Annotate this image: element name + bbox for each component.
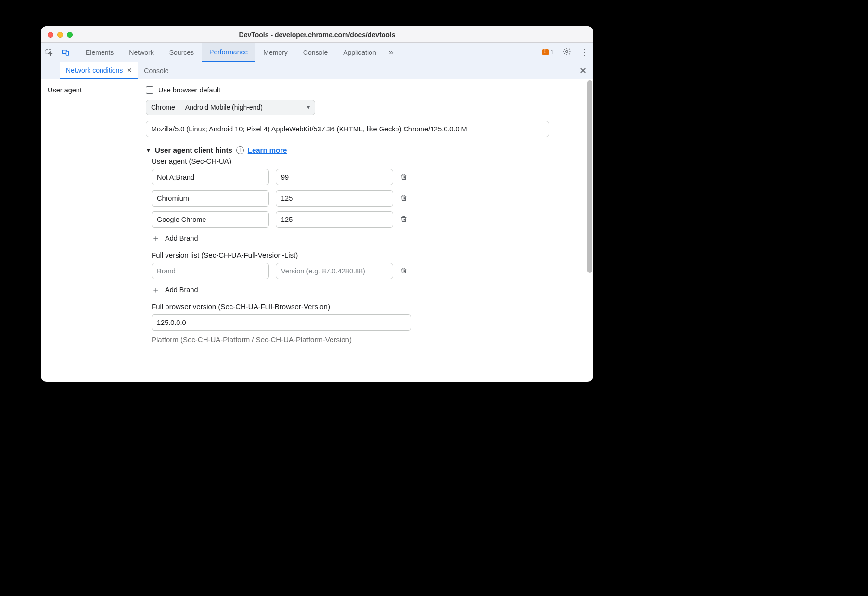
warning-icon <box>542 49 549 55</box>
tab-console[interactable]: Console <box>295 43 335 62</box>
ua-preset-value: Chrome — Android Mobile (high-end) <box>151 104 263 111</box>
info-icon[interactable]: i <box>236 146 244 154</box>
panel-tabs: Elements Network Sources Performance Mem… <box>78 43 384 62</box>
delete-brand-icon[interactable] <box>400 173 408 182</box>
svg-point-3 <box>566 50 568 52</box>
tab-memory[interactable]: Memory <box>255 43 295 62</box>
main-toolbar: Elements Network Sources Performance Mem… <box>41 43 593 62</box>
tab-sources[interactable]: Sources <box>162 43 202 62</box>
brand-value: Chromium <box>157 194 189 202</box>
full-version-brand-input[interactable]: Brand <box>152 263 269 279</box>
ua-string-value: Mozilla/5.0 (Linux; Android 10; Pixel 4)… <box>151 125 467 133</box>
placeholder-text: Brand <box>157 267 176 275</box>
more-tabs-icon[interactable]: » <box>384 47 398 57</box>
full-version-row: Brand Version (e.g. 87.0.4280.88) <box>152 263 585 279</box>
delete-full-version-icon[interactable] <box>400 267 408 276</box>
sec-ch-ua-label: User agent (Sec-CH-UA) <box>152 157 585 165</box>
scrollbar[interactable] <box>587 80 592 273</box>
brand-input[interactable]: Not A;Brand <box>152 169 269 185</box>
inspect-element-icon[interactable] <box>41 48 57 57</box>
disclosure-triangle-icon: ▼ <box>146 147 151 153</box>
content-area: User agent Use browser default Chrome — … <box>41 79 593 382</box>
svg-rect-2 <box>66 51 69 55</box>
ua-string-input[interactable]: Mozilla/5.0 (Linux; Android 10; Pixel 4)… <box>146 121 549 137</box>
issues-count: 1 <box>550 49 554 56</box>
full-version-list-label: Full version list (Sec-CH-UA-Full-Versio… <box>152 251 585 259</box>
use-browser-default-label: Use browser default <box>158 86 220 94</box>
drawer-tabbar: ⋮ Network conditions ✕ Console ✕ <box>41 62 593 79</box>
section-label: User agent <box>41 79 146 382</box>
brand-value: Google Chrome <box>157 216 206 223</box>
full-browser-version-input[interactable]: 125.0.0.0 <box>152 314 411 331</box>
brand-row: Not A;Brand 99 <box>152 169 585 185</box>
placeholder-text: Version (e.g. 87.0.4280.88) <box>281 267 365 275</box>
user-agent-panel: Use browser default Chrome — Android Mob… <box>146 79 593 382</box>
brand-input[interactable]: Chromium <box>152 190 269 207</box>
client-hints-title: User agent client hints <box>155 146 232 154</box>
add-brand-label: Add Brand <box>165 286 198 294</box>
tab-application[interactable]: Application <box>335 43 384 62</box>
brand-row: Google Chrome 125 <box>152 211 585 228</box>
version-value: 125 <box>281 194 293 202</box>
tab-performance[interactable]: Performance <box>202 43 255 62</box>
tab-elements[interactable]: Elements <box>78 43 121 62</box>
device-toolbar-icon[interactable] <box>57 48 74 57</box>
version-value: 125 <box>281 216 293 223</box>
drawer-tab-label: Network conditions <box>66 66 123 74</box>
full-browser-version-label: Full browser version (Sec-CH-UA-Full-Bro… <box>152 302 585 311</box>
platform-label-cut: Platform (Sec-CH-UA-Platform / Sec-CH-UA… <box>152 336 585 344</box>
drawer-tab-label: Console <box>144 67 168 75</box>
version-input[interactable]: 125 <box>276 190 393 207</box>
use-browser-default-checkbox[interactable] <box>146 86 153 94</box>
plus-icon: ＋ <box>152 233 160 244</box>
plus-icon: ＋ <box>152 284 160 296</box>
separator <box>76 48 76 57</box>
drawer-more-icon[interactable]: ⋮ <box>41 62 60 79</box>
settings-icon[interactable] <box>559 47 575 58</box>
chevron-down-icon: ▾ <box>307 104 310 111</box>
drawer-tab-console[interactable]: Console <box>138 62 174 79</box>
drawer-tab-network-conditions[interactable]: Network conditions ✕ <box>60 62 138 79</box>
add-full-version-brand-button[interactable]: ＋ Add Brand <box>152 284 585 296</box>
brand-value: Not A;Brand <box>157 173 194 181</box>
ua-preset-select[interactable]: Chrome — Android Mobile (high-end) ▾ <box>146 100 315 115</box>
add-brand-button[interactable]: ＋ Add Brand <box>152 233 585 244</box>
issues-badge[interactable]: 1 <box>542 49 554 56</box>
close-tab-icon[interactable]: ✕ <box>127 66 132 74</box>
tab-network[interactable]: Network <box>121 43 161 62</box>
add-brand-label: Add Brand <box>165 234 198 242</box>
full-browser-version-value: 125.0.0.0 <box>157 319 186 326</box>
client-hints-header[interactable]: ▼ User agent client hints i Learn more <box>146 146 585 154</box>
brand-input[interactable]: Google Chrome <box>152 211 269 228</box>
brand-row: Chromium 125 <box>152 190 585 207</box>
window-title: DevTools - developer.chrome.com/docs/dev… <box>41 31 593 39</box>
delete-brand-icon[interactable] <box>400 215 408 224</box>
version-input[interactable]: 125 <box>276 211 393 228</box>
learn-more-link[interactable]: Learn more <box>248 146 287 154</box>
more-options-icon[interactable]: ⋮ <box>575 47 593 58</box>
devtools-window: DevTools - developer.chrome.com/docs/dev… <box>41 26 593 382</box>
close-drawer-icon[interactable]: ✕ <box>573 65 593 76</box>
full-version-version-input[interactable]: Version (e.g. 87.0.4280.88) <box>276 263 393 279</box>
version-value: 99 <box>281 173 289 181</box>
delete-brand-icon[interactable] <box>400 194 408 203</box>
titlebar: DevTools - developer.chrome.com/docs/dev… <box>41 26 593 43</box>
version-input[interactable]: 99 <box>276 169 393 185</box>
